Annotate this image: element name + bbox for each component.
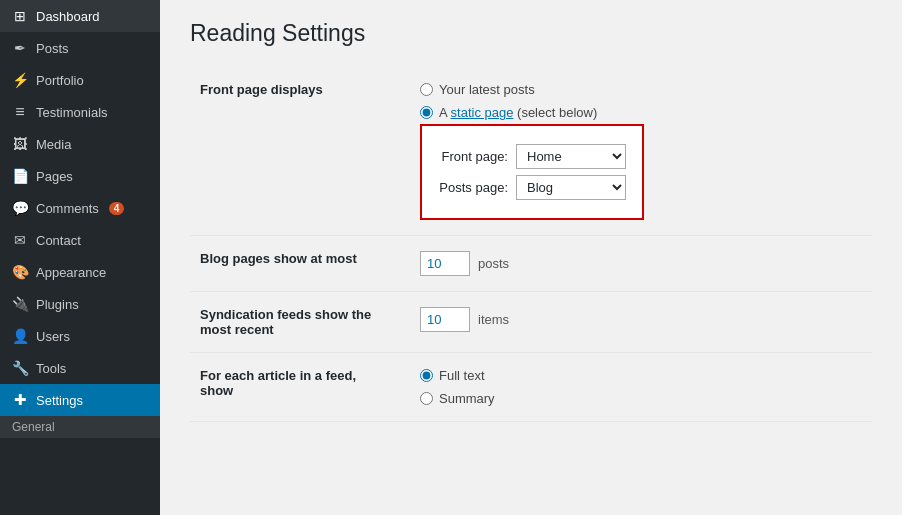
sidebar-item-users[interactable]: 👤 Users	[0, 320, 160, 352]
media-icon: 🖼	[12, 136, 28, 152]
settings-table: Front page displays Your latest posts A …	[190, 67, 872, 422]
syndication-input-row: items	[420, 307, 862, 332]
settings-icon: ✚	[12, 392, 28, 408]
article-feed-radio-group: Full text Summary	[420, 368, 862, 406]
testimonials-icon: ≡	[12, 104, 28, 120]
row-label-syndication: Syndication feeds show the most recent	[190, 292, 410, 353]
posts-icon: ✒	[12, 40, 28, 56]
row-blog-pages: Blog pages show at most posts	[190, 236, 872, 292]
sidebar-item-label: Plugins	[36, 297, 79, 312]
row-content-front-page: Your latest posts A static page (select …	[410, 67, 872, 236]
sidebar-item-label: Tools	[36, 361, 66, 376]
posts-page-select-label: Posts page:	[438, 180, 508, 195]
static-page-link[interactable]: static page	[451, 105, 514, 120]
radio-latest-posts-label: Your latest posts	[439, 82, 535, 97]
comments-badge: 4	[109, 202, 125, 215]
radio-static-page-text: A static page (select below)	[439, 105, 597, 120]
radio-latest-posts-input[interactable]	[420, 83, 433, 96]
posts-page-row: Posts page: Blog — Select — News Updates	[438, 175, 626, 200]
radio-full-text-input[interactable]	[420, 369, 433, 382]
row-article-feed: For each article in a feed, show Full te…	[190, 353, 872, 422]
submenu-label: General	[0, 416, 160, 438]
front-page-radio-group: Your latest posts A static page (select …	[420, 82, 862, 120]
radio-summary[interactable]: Summary	[420, 391, 862, 406]
row-label-article-feed: For each article in a feed, show	[190, 353, 410, 422]
radio-full-text-label: Full text	[439, 368, 485, 383]
contact-icon: ✉	[12, 232, 28, 248]
comments-icon: 💬	[12, 200, 28, 216]
front-page-row: Front page: Home — Select — About Contac…	[438, 144, 626, 169]
row-content-article-feed: Full text Summary	[410, 353, 872, 422]
radio-summary-input[interactable]	[420, 392, 433, 405]
main-content: Reading Settings Front page displays You…	[160, 0, 902, 515]
sidebar-item-label: Pages	[36, 169, 73, 184]
sidebar-item-label: Contact	[36, 233, 81, 248]
sidebar-item-label: Appearance	[36, 265, 106, 280]
posts-page-select[interactable]: Blog — Select — News Updates	[516, 175, 626, 200]
row-label-blog-pages: Blog pages show at most	[190, 236, 410, 292]
users-icon: 👤	[12, 328, 28, 344]
sidebar-item-settings[interactable]: ✚ Settings	[0, 384, 160, 416]
dashboard-icon: ⊞	[12, 8, 28, 24]
portfolio-icon: ⚡	[12, 72, 28, 88]
sidebar: ⊞ Dashboard ✒ Posts ⚡ Portfolio ≡ Testim…	[0, 0, 160, 515]
page-title: Reading Settings	[190, 20, 872, 47]
syndication-suffix: items	[478, 312, 509, 327]
sidebar-item-label: Posts	[36, 41, 69, 56]
front-page-select-label: Front page:	[438, 149, 508, 164]
blog-pages-input-row: posts	[420, 251, 862, 276]
sidebar-item-testimonials[interactable]: ≡ Testimonials	[0, 96, 160, 128]
sidebar-item-portfolio[interactable]: ⚡ Portfolio	[0, 64, 160, 96]
radio-static-page-input[interactable]	[420, 106, 433, 119]
row-label-front-page: Front page displays	[190, 67, 410, 236]
blog-pages-input[interactable]	[420, 251, 470, 276]
sidebar-item-dashboard[interactable]: ⊞ Dashboard	[0, 0, 160, 32]
radio-static-page[interactable]: A static page (select below)	[420, 105, 862, 120]
radio-summary-label: Summary	[439, 391, 495, 406]
sidebar-item-label: Settings	[36, 393, 83, 408]
sidebar-item-label: Dashboard	[36, 9, 100, 24]
sidebar-item-posts[interactable]: ✒ Posts	[0, 32, 160, 64]
blog-pages-suffix: posts	[478, 256, 509, 271]
sidebar-item-label: Media	[36, 137, 71, 152]
front-page-select[interactable]: Home — Select — About Contact	[516, 144, 626, 169]
radio-latest-posts[interactable]: Your latest posts	[420, 82, 862, 97]
row-content-blog-pages: posts	[410, 236, 872, 292]
sidebar-item-contact[interactable]: ✉ Contact	[0, 224, 160, 256]
sidebar-item-label: Testimonials	[36, 105, 108, 120]
sidebar-item-label: Comments	[36, 201, 99, 216]
radio-full-text[interactable]: Full text	[420, 368, 862, 383]
sidebar-item-label: Portfolio	[36, 73, 84, 88]
plugins-icon: 🔌	[12, 296, 28, 312]
sidebar-item-media[interactable]: 🖼 Media	[0, 128, 160, 160]
sidebar-item-label: Users	[36, 329, 70, 344]
sidebar-item-appearance[interactable]: 🎨 Appearance	[0, 256, 160, 288]
row-front-page: Front page displays Your latest posts A …	[190, 67, 872, 236]
appearance-icon: 🎨	[12, 264, 28, 280]
sidebar-item-comments[interactable]: 💬 Comments 4	[0, 192, 160, 224]
row-syndication: Syndication feeds show the most recent i…	[190, 292, 872, 353]
pages-icon: 📄	[12, 168, 28, 184]
sidebar-item-tools[interactable]: 🔧 Tools	[0, 352, 160, 384]
sidebar-item-pages[interactable]: 📄 Pages	[0, 160, 160, 192]
sidebar-item-plugins[interactable]: 🔌 Plugins	[0, 288, 160, 320]
row-content-syndication: items	[410, 292, 872, 353]
tools-icon: 🔧	[12, 360, 28, 376]
syndication-input[interactable]	[420, 307, 470, 332]
static-page-box: Front page: Home — Select — About Contac…	[420, 124, 644, 220]
